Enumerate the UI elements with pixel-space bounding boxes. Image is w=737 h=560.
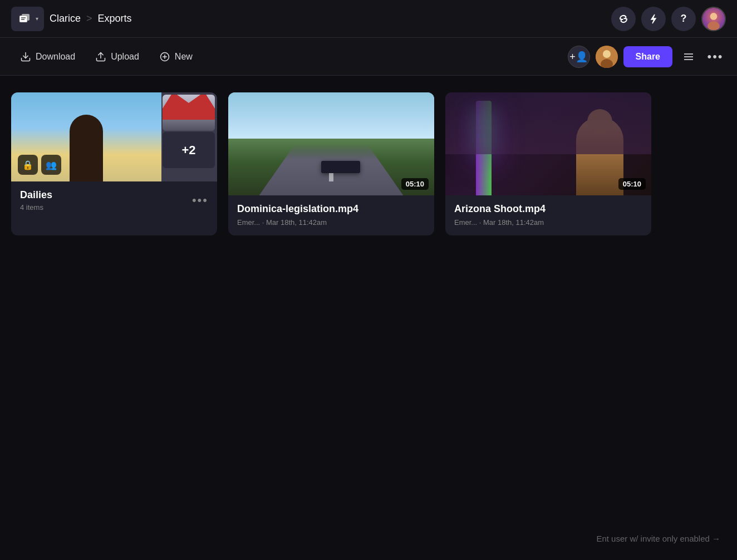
folder-main-image: 🔒 👥 bbox=[11, 92, 161, 181]
breadcrumb-current: Exports bbox=[98, 13, 132, 24]
bridge-structure bbox=[163, 95, 215, 120]
folder-info: Dailies 4 items ••• bbox=[11, 181, 217, 220]
video-info-dominica: Dominica-legislation.mp4 Emer... · Mar 1… bbox=[228, 195, 434, 235]
main-content: 🔒 👥 +2 bbox=[0, 76, 737, 560]
folder-more-button[interactable]: ••• bbox=[192, 193, 208, 208]
new-label: New bbox=[175, 52, 193, 62]
member-avatar-inner bbox=[596, 46, 618, 68]
video-meta-arizona: Emer... · Mar 18th, 11:42am bbox=[454, 218, 642, 227]
breadcrumb-root[interactable]: Clarice bbox=[50, 13, 81, 24]
avatar-svg bbox=[702, 7, 725, 31]
refresh-button[interactable] bbox=[611, 7, 636, 31]
folder-thumbnail: 🔒 👥 +2 bbox=[11, 92, 217, 181]
user-avatar-button[interactable] bbox=[701, 7, 726, 31]
download-icon bbox=[20, 51, 31, 62]
member-avatar[interactable] bbox=[596, 46, 618, 68]
breadcrumb: Clarice > Exports bbox=[50, 13, 132, 24]
upload-button[interactable]: Upload bbox=[86, 47, 148, 67]
file-grid: 🔒 👥 +2 bbox=[11, 92, 726, 235]
folder-side-images: +2 bbox=[161, 92, 217, 181]
add-member-button[interactable]: +👤 bbox=[568, 46, 590, 68]
video-duration-arizona: 05:10 bbox=[618, 178, 646, 190]
help-icon: ? bbox=[681, 13, 687, 24]
folder-extra-count: +2 bbox=[163, 132, 215, 168]
download-button[interactable]: Download bbox=[11, 47, 84, 67]
svg-point-14 bbox=[603, 50, 611, 58]
lightning-icon bbox=[648, 13, 659, 24]
video-thumbnail-dominica: 05:10 bbox=[228, 92, 434, 195]
lightning-button[interactable] bbox=[641, 7, 666, 31]
member-avatar-svg bbox=[596, 46, 618, 68]
nav-right: ? bbox=[611, 7, 726, 31]
folder-card-dailies[interactable]: 🔒 👥 +2 bbox=[11, 92, 217, 235]
top-nav: ▾ Clarice > Exports ? bbox=[0, 0, 737, 38]
video-duration-dominica: 05:10 bbox=[401, 178, 429, 190]
more-options-button[interactable]: ••• bbox=[705, 46, 726, 67]
folder-side-image-top bbox=[163, 95, 215, 131]
video-info-arizona: Arizona Shoot.mp4 Emer... · Mar 18th, 11… bbox=[445, 195, 651, 235]
help-button[interactable]: ? bbox=[671, 7, 696, 31]
person-silhouette bbox=[70, 115, 103, 181]
share-button[interactable]: Share bbox=[623, 46, 672, 67]
bridge-photo bbox=[163, 95, 215, 131]
upload-icon bbox=[95, 51, 106, 62]
share-label: Share bbox=[636, 52, 660, 61]
toolbar: Download Upload New +👤 bbox=[0, 38, 737, 76]
video-card-dominica[interactable]: 05:10 Dominica-legislation.mp4 Emer... ·… bbox=[228, 92, 434, 235]
video-name-dominica: Dominica-legislation.mp4 bbox=[237, 203, 425, 215]
svg-point-7 bbox=[707, 21, 720, 30]
user-avatar bbox=[702, 8, 725, 30]
video-thumbnail-arizona: 05:10 bbox=[445, 92, 651, 195]
video-name-arizona: Arizona Shoot.mp4 bbox=[454, 203, 642, 215]
list-view-button[interactable] bbox=[678, 46, 699, 67]
svg-rect-2 bbox=[19, 16, 27, 22]
svg-point-6 bbox=[710, 13, 718, 20]
video-meta-dominica: Emer... · Mar 18th, 11:42am bbox=[237, 218, 425, 227]
folder-meta: 4 items bbox=[20, 203, 52, 212]
folder-name: Dailies bbox=[20, 189, 52, 201]
nav-left: ▾ Clarice > Exports bbox=[11, 7, 132, 31]
upload-label: Upload bbox=[111, 52, 139, 62]
footer-notice-text: Ent user w/ invite only enabled → bbox=[596, 534, 720, 543]
logo-svg bbox=[18, 13, 31, 25]
toolbar-right: +👤 Share ••• bbox=[568, 46, 726, 68]
chevron-down-icon: ▾ bbox=[36, 16, 38, 22]
people-badge: 👥 bbox=[41, 155, 61, 175]
add-member-icon: +👤 bbox=[569, 51, 588, 63]
frameio-logo-icon bbox=[17, 11, 32, 27]
refresh-icon bbox=[618, 13, 629, 24]
logo-button[interactable]: ▾ bbox=[11, 7, 44, 31]
video-card-arizona[interactable]: 05:10 Arizona Shoot.mp4 Emer... · Mar 18… bbox=[445, 92, 651, 235]
list-view-icon bbox=[682, 51, 695, 63]
breadcrumb-separator: > bbox=[86, 13, 92, 24]
download-label: Download bbox=[36, 52, 75, 62]
folder-icon-badges: 🔒 👥 bbox=[18, 155, 61, 175]
folder-text: Dailies 4 items bbox=[20, 189, 52, 212]
more-icon: ••• bbox=[707, 50, 723, 64]
folder-images: 🔒 👥 +2 bbox=[11, 92, 217, 181]
lock-badge: 🔒 bbox=[18, 155, 38, 175]
extra-count-label: +2 bbox=[181, 143, 195, 158]
footer-notice: Ent user w/ invite only enabled → bbox=[596, 534, 720, 543]
new-icon bbox=[159, 51, 170, 62]
new-button[interactable]: New bbox=[150, 47, 202, 67]
